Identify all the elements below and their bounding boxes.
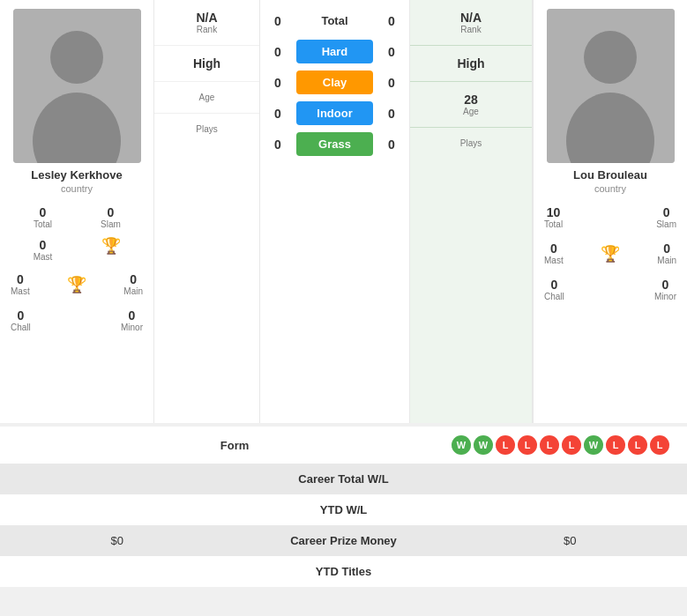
form-badge-2: L — [496, 435, 515, 455]
right-rank-block: N/A Rank — [410, 0, 532, 46]
right-rank-label: Rank — [460, 25, 481, 34]
form-badge-9: L — [650, 435, 669, 455]
indoor-row: 0 Indoor 0 — [265, 101, 405, 125]
left-plays-label: Plays — [196, 124, 217, 134]
right-total-stat: 10 Total — [542, 201, 564, 234]
prize-left: $0 — [18, 534, 150, 547]
hard-row: 0 Hard 0 — [265, 40, 405, 63]
ytd-titles-row: YTD Titles — [0, 556, 687, 587]
indoor-score-right: 0 — [378, 107, 405, 121]
grass-row: 0 Grass 0 — [265, 132, 405, 156]
players-row: Lesley Kerkhove country 0 Total 0 Slam 0… — [0, 0, 687, 423]
prize-row: $0 Career Prize Money $0 — [0, 525, 687, 556]
right-trophy-display: 🏆 — [601, 246, 620, 262]
left-trophy-icon: 🏆 — [101, 238, 121, 254]
indoor-badge: Indoor — [296, 101, 373, 125]
left-stats-grid: 0 Total 0 Slam 0 Mast 🏆 0 Main — [9, 201, 145, 266]
right-rank-value: N/A — [460, 11, 482, 25]
form-badges: WWLLLLWLLL — [452, 435, 669, 455]
clay-row: 0 Clay 0 — [265, 71, 405, 94]
form-badge-6: W — [584, 435, 603, 455]
grass-score-left: 0 — [265, 137, 291, 152]
hard-score-left: 0 — [265, 45, 291, 59]
right-plays-label: Plays — [460, 138, 482, 148]
ytd-wl-row: YTD W/L — [0, 494, 687, 525]
right-main-display: 0 Main — [655, 237, 678, 270]
right-plays-block: Plays — [410, 128, 532, 159]
right-age-label: Age — [463, 107, 479, 116]
left-rank-label: Rank — [197, 25, 217, 34]
svg-point-4 — [584, 31, 637, 84]
left-minor-stat: 0 Minor — [119, 304, 145, 337]
hard-score-right: 0 — [378, 45, 405, 59]
left-player-name: Lesley Kerkhove — [31, 168, 122, 182]
ytd-titles-label: YTD Titles — [18, 565, 669, 578]
right-minor-stat: 0 Minor — [653, 273, 678, 306]
right-avatar — [547, 9, 675, 163]
right-player-section: Lou Brouleau country 10 Total 0 Slam 0 M… — [533, 0, 687, 423]
left-total-label: Total — [34, 219, 52, 229]
left-mast-value: 0 — [40, 238, 47, 252]
form-section: Form WWLLLLWLLL — [0, 427, 687, 464]
right-center-stats: N/A Rank High 28 Age Plays — [409, 0, 533, 423]
left-high-value: High — [193, 56, 220, 71]
prize-right: $0 — [537, 534, 669, 547]
total-badge: Total — [296, 9, 373, 33]
form-badge-1: W — [474, 435, 493, 455]
grass-badge: Grass — [296, 132, 373, 156]
left-country: country — [61, 183, 93, 194]
clay-score-left: 0 — [265, 76, 291, 90]
total-score-left: 0 — [265, 14, 291, 28]
left-rank-value: N/A — [196, 11, 217, 25]
left-plays-block: Plays — [154, 114, 259, 145]
career-total-label: Career Total W/L — [18, 472, 669, 486]
form-badge-5: L — [562, 435, 581, 455]
right-country: country — [594, 183, 626, 194]
form-badge-3: L — [518, 435, 537, 455]
main-container: Lesley Kerkhove country 0 Total 0 Slam 0… — [0, 0, 687, 587]
prize-label: Career Prize Money — [150, 534, 537, 547]
right-slam-stat: 0 Slam — [654, 201, 678, 234]
right-chall-stat: 0 Chall — [542, 273, 566, 306]
grass-score-right: 0 — [378, 137, 405, 152]
form-badge-8: L — [628, 435, 647, 455]
left-trophy-display: 🏆 — [67, 277, 86, 293]
right-mast-display: 0 Mast — [542, 237, 565, 270]
total-row: 0 Total 0 — [265, 9, 405, 33]
form-label: Form — [18, 439, 452, 452]
total-score-right: 0 — [378, 14, 405, 28]
left-age-block: Age — [154, 82, 259, 114]
clay-score-right: 0 — [378, 76, 405, 90]
left-total-stat: 0 Total — [9, 201, 77, 234]
clay-badge: Clay — [296, 71, 373, 94]
left-mast-display: 0 Mast — [9, 268, 32, 301]
svg-point-1 — [50, 31, 103, 84]
left-slam-value: 0 — [108, 205, 115, 219]
left-mast-label: Mast — [34, 252, 53, 262]
left-slam-stat: 0 Slam — [77, 201, 145, 234]
indoor-score-left: 0 — [265, 107, 291, 121]
ytd-wl-label: YTD W/L — [18, 503, 669, 516]
right-high-value: High — [457, 56, 484, 71]
hard-badge: Hard — [296, 40, 373, 63]
right-age-value: 28 — [464, 93, 478, 107]
right-player-name: Lou Brouleau — [573, 168, 647, 182]
left-main-display: 0 Main — [122, 268, 145, 301]
left-age-label: Age — [199, 93, 215, 102]
middle-courts: 0 Total 0 0 Hard 0 0 Clay 0 0 Indoor 0 — [260, 0, 409, 423]
left-trophy-cell: 🏆 — [77, 234, 145, 266]
form-badge-4: L — [540, 435, 559, 455]
left-center-stats: N/A Rank High Age Plays — [154, 0, 260, 423]
left-avatar — [13, 9, 141, 163]
form-badge-7: L — [606, 435, 625, 455]
left-chall-stat: 0 Chall — [9, 304, 33, 337]
left-high-block: High — [154, 46, 259, 82]
right-age-block: 28 Age — [410, 82, 532, 128]
left-mast-stat: 0 Mast — [9, 234, 77, 266]
left-total-value: 0 — [40, 205, 47, 219]
left-slam-label: Slam — [101, 219, 121, 229]
right-high-block: High — [410, 46, 532, 82]
left-player-section: Lesley Kerkhove country 0 Total 0 Slam 0… — [0, 0, 154, 423]
form-badge-0: W — [452, 435, 471, 455]
left-rank-block: N/A Rank — [154, 0, 259, 46]
